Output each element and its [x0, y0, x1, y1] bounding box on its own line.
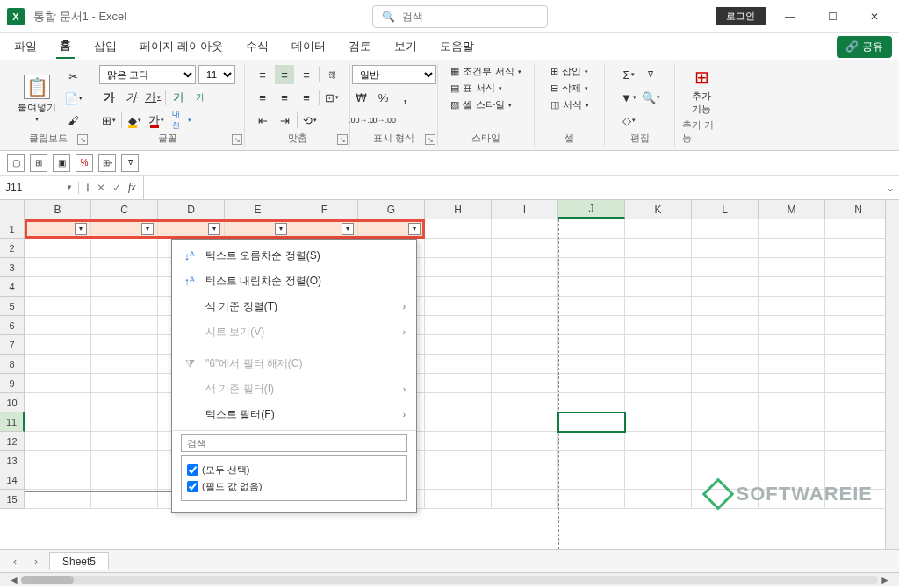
increase-font-button[interactable]: 가 — [169, 88, 188, 107]
cell-C10[interactable] — [91, 393, 158, 412]
scroll-left-arrow[interactable]: ◄ — [7, 574, 21, 586]
cell-H8[interactable] — [425, 355, 492, 374]
column-header-D[interactable]: D — [158, 200, 225, 219]
qat-borders-thick[interactable]: ▣ — [53, 154, 70, 172]
increase-indent-button[interactable]: ⇥ — [275, 111, 294, 130]
column-header-L[interactable]: L — [692, 200, 759, 219]
copy-button[interactable]: 📄▾ — [63, 89, 83, 108]
cell-M3[interactable] — [759, 258, 825, 277]
align-middle-button[interactable]: ≡ — [275, 65, 294, 84]
filter-dropdown-E[interactable]: ▾ — [275, 223, 287, 235]
cell-M4[interactable] — [759, 277, 825, 297]
cell-H14[interactable] — [425, 470, 492, 490]
cell-N14[interactable] — [825, 470, 892, 490]
cell-M2[interactable] — [759, 239, 825, 258]
cell-M14[interactable] — [759, 470, 825, 490]
cell-C7[interactable] — [91, 335, 158, 355]
autosum-button[interactable]: Σ▾ — [619, 65, 638, 84]
fill-color-button[interactable]: ◆▾ — [125, 111, 144, 130]
filter-dropdown-B[interactable]: ▾ — [75, 223, 87, 235]
font-launcher[interactable]: ↘ — [232, 134, 242, 145]
cell-B7[interactable] — [25, 335, 91, 355]
cell-J15[interactable] — [558, 490, 625, 509]
align-left-button[interactable]: ≡ — [253, 88, 272, 107]
cell-J13[interactable] — [558, 451, 625, 470]
row-header-8[interactable]: 8 — [0, 355, 25, 374]
currency-button[interactable]: ₩ — [352, 88, 371, 107]
column-header-N[interactable]: N — [825, 200, 892, 219]
cell-J6[interactable] — [558, 316, 625, 335]
cell-L9[interactable] — [692, 374, 759, 393]
cell-M8[interactable] — [759, 355, 825, 374]
row-header-2[interactable]: 2 — [0, 239, 25, 258]
filter-dropdown-D[interactable]: ▾ — [208, 223, 220, 235]
cell-K12[interactable] — [625, 432, 692, 451]
row-header-9[interactable]: 9 — [0, 374, 25, 393]
search-input[interactable] — [402, 11, 534, 23]
cell-I12[interactable] — [492, 432, 558, 451]
tab-home[interactable]: 홈 — [56, 34, 75, 59]
wrap-text-button[interactable]: 깮 — [322, 65, 342, 84]
row-header-1[interactable]: 1 — [0, 219, 25, 239]
cell-styles-button[interactable]: ▨셀 스타일▾ — [450, 98, 511, 111]
cell-C4[interactable] — [91, 277, 158, 297]
cell-N10[interactable] — [825, 393, 892, 412]
cell-H13[interactable] — [425, 451, 492, 470]
row-header-10[interactable]: 10 — [0, 393, 25, 412]
login-button[interactable]: 로그인 — [716, 7, 766, 25]
fx-icon[interactable]: fx — [128, 181, 136, 194]
sort-filter-button[interactable]: ᐁ — [641, 65, 660, 84]
cell-B4[interactable] — [25, 277, 91, 297]
cell-B6[interactable] — [25, 316, 91, 335]
cell-B8[interactable] — [25, 355, 91, 374]
sort-descending-item[interactable]: ↑ᴬ텍스트 내림차순 정렬(O) — [172, 269, 416, 294]
cell-N5[interactable] — [825, 297, 892, 316]
tab-page-layout[interactable]: 페이지 레이아웃 — [136, 35, 227, 58]
decrease-font-button[interactable]: 가 — [191, 88, 210, 107]
cell-K4[interactable] — [625, 277, 692, 297]
expand-formula-bar[interactable]: ⌄ — [881, 182, 899, 194]
cell-I2[interactable] — [492, 239, 558, 258]
cell-I5[interactable] — [492, 297, 558, 316]
tab-help[interactable]: 도움말 — [436, 35, 478, 58]
qat-table[interactable]: ⊞▾ — [98, 154, 116, 172]
align-bottom-button[interactable]: ≡ — [297, 65, 316, 84]
clear-button[interactable]: ◇▾ — [619, 111, 638, 130]
cell-C12[interactable] — [91, 432, 158, 451]
sheet-nav-prev[interactable]: ‹ — [7, 554, 23, 570]
cell-C14[interactable] — [91, 470, 158, 490]
column-header-G[interactable]: G — [358, 200, 425, 219]
cell-J3[interactable] — [558, 258, 625, 277]
orientation-button[interactable]: ⟲▾ — [300, 111, 320, 130]
cell-H11[interactable] — [425, 412, 492, 432]
sort-ascending-item[interactable]: ↓ᴬ텍스트 오름차순 정렬(S) — [172, 243, 416, 269]
row-header-12[interactable]: 12 — [0, 432, 25, 451]
text-filter-item[interactable]: 텍스트 필터(F)› — [172, 402, 416, 427]
column-header-I[interactable]: I — [492, 200, 558, 219]
cell-B10[interactable] — [25, 393, 91, 412]
cell-M7[interactable] — [759, 335, 825, 355]
cell-H9[interactable] — [425, 374, 492, 393]
qat-sort[interactable]: ᐁ — [121, 154, 139, 172]
cell-I9[interactable] — [492, 374, 558, 393]
cell-I6[interactable] — [492, 316, 558, 335]
cell-L14[interactable] — [692, 470, 759, 490]
cell-K13[interactable] — [625, 451, 692, 470]
tab-review[interactable]: 검토 — [345, 35, 375, 58]
cell-J11[interactable] — [558, 412, 625, 432]
cell-C3[interactable] — [91, 258, 158, 277]
row-header-7[interactable]: 7 — [0, 335, 25, 355]
cell-C11[interactable] — [91, 412, 158, 432]
name-box[interactable]: J11▼ — [0, 182, 79, 194]
cell-H4[interactable] — [425, 277, 492, 297]
paste-button[interactable]: 📋 붙여넣기 ▼ — [14, 73, 60, 124]
cell-H6[interactable] — [425, 316, 492, 335]
cell-N9[interactable] — [825, 374, 892, 393]
cell-C5[interactable] — [91, 297, 158, 316]
insert-function-colon[interactable]: ⁞ — [86, 182, 90, 194]
cell-C8[interactable] — [91, 355, 158, 374]
cell-N6[interactable] — [825, 316, 892, 335]
increase-decimal-button[interactable]: .00→.0 — [352, 111, 371, 130]
cell-I11[interactable] — [492, 412, 558, 432]
cell-N8[interactable] — [825, 355, 892, 374]
